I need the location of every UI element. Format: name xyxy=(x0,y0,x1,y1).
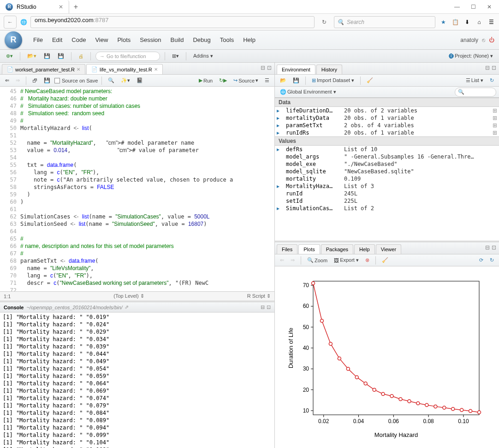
search-field[interactable]: 🔍 Search xyxy=(334,16,435,28)
env-row[interactable]: runId245L xyxy=(275,190,499,197)
back-nav-icon[interactable]: ⇐ xyxy=(3,76,12,85)
close-tab-icon[interactable]: ✕ xyxy=(77,67,80,72)
env-row[interactable]: ▸defRsList of 10 xyxy=(275,146,499,153)
menu-edit[interactable]: Edit xyxy=(48,36,67,43)
menu-session[interactable]: Session xyxy=(135,36,166,43)
menu-file[interactable]: File xyxy=(29,36,48,43)
minimize-console-icon[interactable]: ⊟ xyxy=(261,304,265,310)
maximize-env-icon[interactable]: ⊡ xyxy=(492,65,496,71)
save-button[interactable]: 💾 xyxy=(42,52,53,61)
rerun-button[interactable]: ↻▶ xyxy=(217,76,229,85)
env-row[interactable]: ▸runIdRs20 obs. of 1 variable⊞ xyxy=(275,129,499,136)
env-row[interactable]: ▸MortalityHaza…List of 3 xyxy=(275,183,499,190)
env-row[interactable]: ▸lifeDurationD…20 obs. of 2 variables⊞ xyxy=(275,107,499,114)
new-tab-button[interactable]: + xyxy=(69,3,83,11)
outline-icon[interactable]: ☰ xyxy=(262,76,272,85)
maximize-plots-icon[interactable]: ⊡ xyxy=(492,244,496,251)
list-view-button[interactable]: ☰ List ▾ xyxy=(463,76,486,85)
grid-icon[interactable]: ⊞ xyxy=(493,115,497,121)
env-row[interactable]: model_sqlite"NewCaseBased.sqlite" xyxy=(275,168,499,175)
console-output[interactable]: [1] "Mortality hazard: " "0.019" [1] "Mo… xyxy=(0,312,274,448)
source-button[interactable]: ↪Source ▾ xyxy=(231,76,261,85)
env-row[interactable]: ▸paramSetTxt2 obs. of 4 variables⊞ xyxy=(275,122,499,129)
save-env-icon[interactable]: 💾 xyxy=(291,76,302,85)
browser-tab[interactable]: R RStudio ✕ xyxy=(0,0,69,13)
maximize-pane-icon[interactable]: ⊡ xyxy=(267,65,272,71)
menu-build[interactable]: Build xyxy=(166,36,189,43)
menu-tools[interactable]: Tools xyxy=(215,36,238,43)
fwd-nav-icon[interactable]: ⇒ xyxy=(13,76,22,85)
refresh-env-icon[interactable]: ↻ xyxy=(487,76,496,85)
reload-icon[interactable]: ↻ xyxy=(318,16,330,28)
goto-file-input[interactable]: →Go to file/function xyxy=(95,52,160,61)
menu-debug[interactable]: Debug xyxy=(188,36,215,43)
tab-help[interactable]: Help xyxy=(354,244,375,254)
import-dataset-button[interactable]: ⊞Import Dataset ▾ xyxy=(309,76,356,85)
project-selector[interactable]: 🅡 Project: (None) ▾ xyxy=(446,52,495,61)
minimize-plots-icon[interactable]: ⊟ xyxy=(485,244,490,251)
grid-icon[interactable]: ⊞ xyxy=(493,107,497,114)
power-icon[interactable]: ⏻ xyxy=(489,37,494,43)
prev-plot-icon[interactable]: ⇐ xyxy=(278,256,286,265)
save-source-icon[interactable]: 💾 xyxy=(42,76,53,85)
next-plot-icon[interactable]: ⇒ xyxy=(288,256,297,265)
delete-plot-icon[interactable]: ⊗ xyxy=(363,256,372,265)
menu-icon[interactable]: ☰ xyxy=(487,18,495,26)
window-minimize-icon[interactable]: — xyxy=(454,4,460,10)
grid-view-button[interactable]: ⊞▾ xyxy=(170,52,181,61)
download-icon[interactable]: ⬇ xyxy=(463,18,471,26)
maximize-console-icon[interactable]: ⊡ xyxy=(267,304,271,310)
find-icon[interactable]: 🔍 xyxy=(106,76,117,85)
run-button[interactable]: ▶Run xyxy=(196,76,215,85)
refresh-plot-icon[interactable]: ↻ xyxy=(487,256,496,265)
tab-environment[interactable]: Environment xyxy=(277,65,315,74)
console-wd-icon[interactable]: ⇗ xyxy=(125,304,129,310)
export-button[interactable]: 🖼 Export ▾ xyxy=(332,256,361,265)
scope-indicator[interactable]: (Top Level) ⇕ xyxy=(113,293,144,299)
tab-history[interactable]: History xyxy=(316,65,342,74)
env-row[interactable]: mortality0.109 xyxy=(275,175,499,183)
home-icon[interactable]: ⌂ xyxy=(475,18,483,26)
back-button[interactable]: ← xyxy=(4,16,17,29)
env-row[interactable]: model_args" -General.Subsamples 16 -Gene… xyxy=(275,153,499,160)
new-file-button[interactable]: ⊕▾ xyxy=(4,52,15,61)
grid-icon[interactable]: ⊞ xyxy=(493,122,497,129)
tab-packages[interactable]: Packages xyxy=(321,244,353,254)
source-on-save-checkbox[interactable] xyxy=(54,78,60,83)
tab-viewer[interactable]: Viewer xyxy=(376,244,401,254)
show-in-new-icon[interactable]: 🗗 xyxy=(30,76,40,85)
lang-indicator[interactable]: R Script ⇕ xyxy=(247,293,271,299)
source-tab[interactable]: 📄workset_parameter_test.R✕ xyxy=(2,64,85,74)
minimize-pane-icon[interactable]: ⊟ xyxy=(261,65,265,71)
print-button[interactable]: 🖨 xyxy=(76,52,86,61)
open-env-icon[interactable]: 📂 xyxy=(278,76,289,85)
env-row[interactable]: ▸mortalityData20 obs. of 1 variable⊞ xyxy=(275,114,499,122)
zoom-button[interactable]: 🔍 Zoom xyxy=(305,256,330,265)
clear-plots-icon[interactable]: 🧹 xyxy=(380,256,391,265)
compile-icon[interactable]: 📓 xyxy=(134,76,145,85)
addins-button[interactable]: Addins ▾ xyxy=(191,52,215,61)
menu-plots[interactable]: Plots xyxy=(113,36,135,43)
menu-help[interactable]: Help xyxy=(238,36,260,43)
tab-plots[interactable]: Plots xyxy=(298,244,320,254)
minimize-env-icon[interactable]: ⊟ xyxy=(485,65,490,71)
env-row[interactable]: setId225L xyxy=(275,197,499,205)
env-row[interactable]: model_exe"./NewCaseBased" xyxy=(275,160,499,168)
wand-icon[interactable]: ✨▾ xyxy=(119,76,132,85)
tab-files[interactable]: Files xyxy=(277,244,297,254)
publish-plot-icon[interactable]: ⟳ xyxy=(477,256,486,265)
signout-icon[interactable]: ⎋ xyxy=(482,37,485,43)
menu-view[interactable]: View xyxy=(90,36,113,43)
save-all-button[interactable]: 💾 xyxy=(55,52,66,61)
menu-code[interactable]: Code xyxy=(67,36,90,43)
code-editor[interactable]: 45 46 47 48 49 50 51 52 53 54 55 56 57 5… xyxy=(0,87,274,291)
close-tab-icon[interactable]: ✕ xyxy=(154,67,158,72)
open-file-button[interactable]: 📂▾ xyxy=(25,52,39,61)
tab-close-icon[interactable]: ✕ xyxy=(59,4,63,10)
window-maximize-icon[interactable]: ☐ xyxy=(471,4,476,10)
source-tab[interactable]: 📄life_vs_mortality_test.R✕ xyxy=(86,64,163,74)
env-search-input[interactable]: 🔍 xyxy=(455,88,496,97)
bookmark-star-icon[interactable]: ★ xyxy=(439,18,447,26)
clipboard-icon[interactable]: 📋 xyxy=(451,18,459,26)
url-field[interactable]: oms.beyond2020.com:8787 xyxy=(30,16,315,28)
